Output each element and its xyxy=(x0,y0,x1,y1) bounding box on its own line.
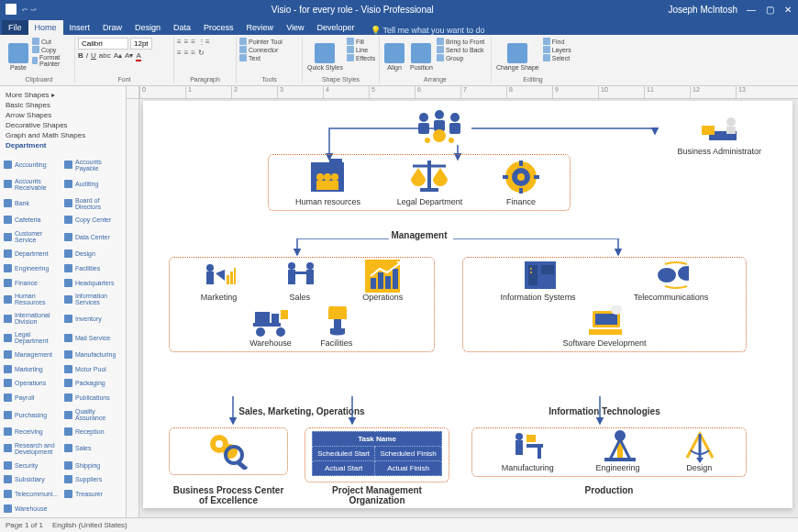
stencil-more[interactable]: More Shapes ▸ xyxy=(6,90,120,100)
pointer-tool-button[interactable]: Pointer Tool xyxy=(239,38,283,45)
find-button[interactable]: Find xyxy=(543,38,571,45)
strike-button[interactable]: abc xyxy=(99,51,111,61)
tab-design[interactable]: Design xyxy=(128,20,167,35)
shape-item[interactable]: Accounts Payable xyxy=(64,156,122,174)
stencil-graph[interactable]: Graph and Math Shapes xyxy=(6,130,120,140)
shape-item[interactable]: Information Services xyxy=(64,291,122,309)
shape-item[interactable]: Facilities xyxy=(64,261,122,275)
shape-item[interactable]: Payroll xyxy=(4,391,61,405)
it-box[interactable]: Information Systems Telecommunications S… xyxy=(462,257,747,352)
shape-item[interactable]: Engineering xyxy=(4,261,61,275)
production-box[interactable]: Manufacturing Engineering Design xyxy=(471,427,747,477)
bring-front-button[interactable]: Bring to Front xyxy=(437,38,484,45)
shape-item[interactable]: Department xyxy=(4,247,61,260)
shape-item[interactable]: Quality Assurance xyxy=(64,405,122,424)
shape-item[interactable]: Finance xyxy=(4,276,61,290)
font-color-button[interactable]: A xyxy=(136,51,140,61)
shape-item[interactable]: Packaging xyxy=(64,377,122,391)
align-right-button[interactable]: ≡ xyxy=(191,49,195,57)
font-size-input[interactable] xyxy=(130,38,152,50)
format-painter-button[interactable]: Format Painter xyxy=(32,54,72,67)
select-button[interactable]: Select xyxy=(543,54,571,61)
tab-review[interactable]: Review xyxy=(240,20,281,35)
warehouse-node[interactable]: Warehouse xyxy=(249,307,292,348)
stencil-basic[interactable]: Basic Shapes xyxy=(6,100,120,110)
software-dev-node[interactable]: Software Development xyxy=(562,307,646,348)
design-node[interactable]: Design xyxy=(682,432,716,472)
shape-item[interactable]: Human Resources xyxy=(4,291,61,309)
align-center-button[interactable]: ≡ xyxy=(184,49,189,57)
minimize-icon[interactable]: — xyxy=(747,5,756,14)
facilities-node[interactable]: Facilities xyxy=(319,307,354,348)
shape-item[interactable]: Research and Development xyxy=(4,439,61,458)
shape-item[interactable]: International Division xyxy=(4,309,61,327)
restore-icon[interactable]: ▢ xyxy=(765,5,774,14)
legal-node[interactable]: Legal Department xyxy=(397,159,463,206)
shape-item[interactable]: Inventory xyxy=(64,309,122,327)
bpce-node[interactable] xyxy=(206,432,250,471)
finance-node[interactable]: Finance xyxy=(499,159,543,206)
tab-developer[interactable]: Developer xyxy=(310,20,360,35)
copy-button[interactable]: Copy xyxy=(32,46,72,53)
align-bot-button[interactable]: ≡ xyxy=(191,38,195,46)
shape-item[interactable]: Reception xyxy=(64,425,122,438)
shape-item[interactable]: Publications xyxy=(64,391,122,405)
shape-item[interactable]: Operations xyxy=(4,377,61,391)
management-box[interactable]: Human resources Legal Department Finance xyxy=(268,154,571,211)
group-button[interactable]: Group xyxy=(437,54,484,61)
shape-item[interactable]: Accounting xyxy=(4,156,61,174)
shape-item[interactable]: Receiving xyxy=(4,425,61,438)
font-family-input[interactable] xyxy=(78,38,128,50)
shape-item[interactable]: Manufacturing xyxy=(64,348,122,361)
bold-button[interactable]: B xyxy=(78,51,83,61)
line-button[interactable]: Line xyxy=(347,46,375,53)
telecom-node[interactable]: Telecommunications xyxy=(634,261,709,302)
align-left-button[interactable]: ≡ xyxy=(177,49,182,57)
fill-button[interactable]: Fill xyxy=(347,38,375,45)
italic-button[interactable]: I xyxy=(86,51,88,61)
shape-item[interactable]: Treasurer xyxy=(64,487,122,501)
shrink-font-button[interactable]: A▾ xyxy=(125,51,133,61)
shape-item[interactable]: Shipping xyxy=(64,459,122,472)
tab-data[interactable]: Data xyxy=(167,20,197,35)
tab-insert[interactable]: Insert xyxy=(63,20,97,35)
rotate-button[interactable]: ↻ xyxy=(198,49,205,57)
change-shape-button[interactable]: Change Shape xyxy=(494,38,541,76)
underline-button[interactable]: U xyxy=(91,51,96,61)
shape-item[interactable]: Headquarters xyxy=(64,276,122,290)
autosave-toggle[interactable]: ⤺ ⤻ xyxy=(22,6,37,14)
hr-node[interactable]: Human resources xyxy=(295,159,360,206)
tab-home[interactable]: Home xyxy=(28,20,63,35)
tab-draw[interactable]: Draw xyxy=(96,20,128,35)
shape-item[interactable]: Bank xyxy=(4,194,61,213)
layers-button[interactable]: Layers xyxy=(543,46,571,53)
shape-item[interactable]: Copy Center xyxy=(64,213,122,227)
position-button[interactable]: Position xyxy=(408,38,435,76)
align-top-button[interactable]: ≡ xyxy=(177,38,182,46)
shape-item[interactable]: Design xyxy=(64,247,122,260)
shape-item[interactable]: Mail Service xyxy=(64,328,122,347)
bpce-box[interactable] xyxy=(169,427,288,475)
tab-view[interactable]: View xyxy=(280,20,310,35)
shape-item[interactable]: Subsidiary xyxy=(4,473,61,487)
sales-node[interactable]: Sales xyxy=(283,261,317,302)
shape-item[interactable]: Sales xyxy=(64,439,122,458)
smo-box[interactable]: Marketing Sales Operations Warehouse Fac… xyxy=(169,257,435,352)
shape-item[interactable]: Accounts Receivable xyxy=(4,175,61,194)
shape-item[interactable]: Customer Service xyxy=(4,227,61,246)
user-name[interactable]: Joseph McIntosh xyxy=(668,5,737,15)
quick-styles-button[interactable]: Quick Styles xyxy=(305,38,345,76)
tell-me-search[interactable]: 💡Tell me what you want to do xyxy=(371,26,485,35)
shape-item[interactable]: Telecommuni... xyxy=(4,487,61,501)
drawing-page[interactable]: Business Administrator Human resources L… xyxy=(143,101,792,508)
business-admin-node[interactable]: Business Administrator xyxy=(677,116,761,156)
stencil-decorative[interactable]: Decorative Shapes xyxy=(6,120,120,130)
align-button[interactable]: Align xyxy=(382,38,406,76)
send-back-button[interactable]: Send to Back xyxy=(437,46,484,53)
effects-button[interactable]: Effects xyxy=(347,54,375,61)
tab-process[interactable]: Process xyxy=(197,20,240,35)
shape-item[interactable]: Data Center xyxy=(64,227,122,246)
marketing-node[interactable]: Marketing xyxy=(201,261,238,302)
shape-item[interactable]: Legal Department xyxy=(4,328,61,347)
connector-tool-button[interactable]: Connector xyxy=(239,46,283,53)
